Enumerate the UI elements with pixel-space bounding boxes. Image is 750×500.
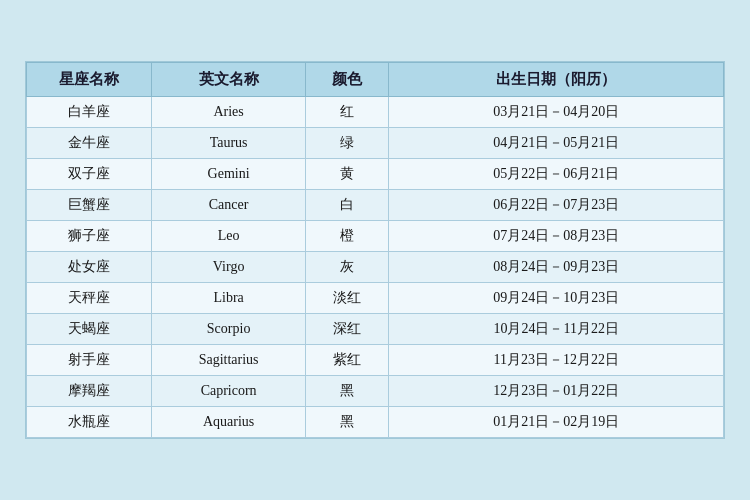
header-color: 颜色 [305, 63, 389, 97]
cell-cn-name: 射手座 [27, 345, 152, 376]
cell-en-name: Aquarius [152, 407, 305, 438]
cell-cn-name: 天秤座 [27, 283, 152, 314]
table-row: 水瓶座Aquarius黑01月21日－02月19日 [27, 407, 724, 438]
table-row: 金牛座Taurus绿04月21日－05月21日 [27, 128, 724, 159]
table-row: 处女座Virgo灰08月24日－09月23日 [27, 252, 724, 283]
cell-color: 灰 [305, 252, 389, 283]
table-row: 摩羯座Capricorn黑12月23日－01月22日 [27, 376, 724, 407]
table-row: 双子座Gemini黄05月22日－06月21日 [27, 159, 724, 190]
table-row: 天秤座Libra淡红09月24日－10月23日 [27, 283, 724, 314]
cell-date: 11月23日－12月22日 [389, 345, 724, 376]
zodiac-table-container: 星座名称 英文名称 颜色 出生日期（阳历） 白羊座Aries红03月21日－04… [25, 61, 725, 439]
header-en-name: 英文名称 [152, 63, 305, 97]
cell-color: 绿 [305, 128, 389, 159]
header-cn-name: 星座名称 [27, 63, 152, 97]
cell-en-name: Scorpio [152, 314, 305, 345]
cell-date: 04月21日－05月21日 [389, 128, 724, 159]
table-row: 射手座Sagittarius紫红11月23日－12月22日 [27, 345, 724, 376]
header-date: 出生日期（阳历） [389, 63, 724, 97]
table-row: 狮子座Leo橙07月24日－08月23日 [27, 221, 724, 252]
table-header-row: 星座名称 英文名称 颜色 出生日期（阳历） [27, 63, 724, 97]
cell-cn-name: 狮子座 [27, 221, 152, 252]
cell-en-name: Aries [152, 97, 305, 128]
cell-date: 07月24日－08月23日 [389, 221, 724, 252]
cell-en-name: Sagittarius [152, 345, 305, 376]
cell-cn-name: 双子座 [27, 159, 152, 190]
cell-date: 01月21日－02月19日 [389, 407, 724, 438]
cell-en-name: Taurus [152, 128, 305, 159]
cell-color: 淡红 [305, 283, 389, 314]
cell-date: 06月22日－07月23日 [389, 190, 724, 221]
cell-date: 03月21日－04月20日 [389, 97, 724, 128]
cell-date: 05月22日－06月21日 [389, 159, 724, 190]
cell-cn-name: 白羊座 [27, 97, 152, 128]
cell-date: 09月24日－10月23日 [389, 283, 724, 314]
cell-cn-name: 天蝎座 [27, 314, 152, 345]
cell-en-name: Virgo [152, 252, 305, 283]
cell-cn-name: 巨蟹座 [27, 190, 152, 221]
cell-color: 黑 [305, 407, 389, 438]
cell-cn-name: 摩羯座 [27, 376, 152, 407]
cell-en-name: Libra [152, 283, 305, 314]
cell-cn-name: 水瓶座 [27, 407, 152, 438]
cell-date: 08月24日－09月23日 [389, 252, 724, 283]
cell-cn-name: 处女座 [27, 252, 152, 283]
zodiac-table: 星座名称 英文名称 颜色 出生日期（阳历） 白羊座Aries红03月21日－04… [26, 62, 724, 438]
table-row: 天蝎座Scorpio深红10月24日－11月22日 [27, 314, 724, 345]
cell-color: 深红 [305, 314, 389, 345]
cell-en-name: Cancer [152, 190, 305, 221]
cell-cn-name: 金牛座 [27, 128, 152, 159]
cell-en-name: Capricorn [152, 376, 305, 407]
cell-en-name: Leo [152, 221, 305, 252]
cell-en-name: Gemini [152, 159, 305, 190]
cell-color: 黑 [305, 376, 389, 407]
cell-date: 12月23日－01月22日 [389, 376, 724, 407]
cell-date: 10月24日－11月22日 [389, 314, 724, 345]
cell-color: 橙 [305, 221, 389, 252]
cell-color: 黄 [305, 159, 389, 190]
cell-color: 白 [305, 190, 389, 221]
cell-color: 红 [305, 97, 389, 128]
table-row: 白羊座Aries红03月21日－04月20日 [27, 97, 724, 128]
cell-color: 紫红 [305, 345, 389, 376]
table-row: 巨蟹座Cancer白06月22日－07月23日 [27, 190, 724, 221]
